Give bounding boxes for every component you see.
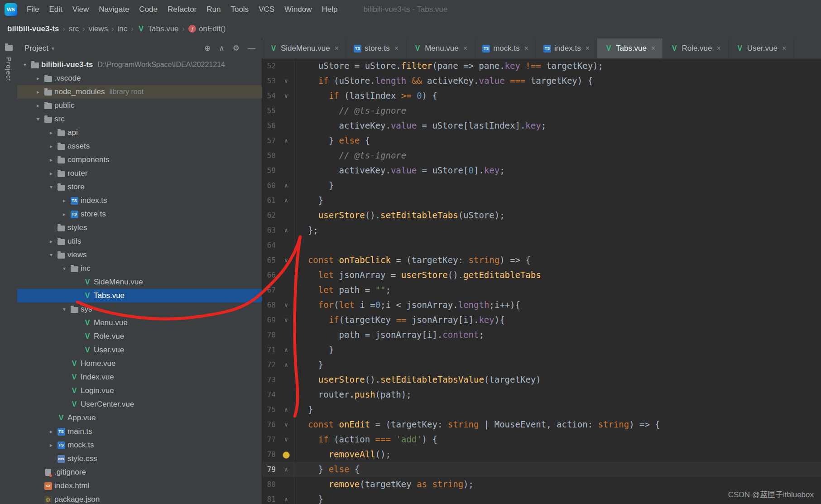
code-text[interactable]: // @ts-ignore xyxy=(298,103,406,118)
chevron-down-icon[interactable]: ▾ xyxy=(52,45,54,52)
fold-end-icon[interactable]: ∧ xyxy=(278,133,294,148)
locate-file-icon[interactable]: ⊕ xyxy=(204,43,211,53)
code-text[interactable]: } xyxy=(298,342,334,357)
tree-item-assets[interactable]: ▸assets xyxy=(17,139,262,153)
tree-item-role.vue[interactable]: VRole.vue xyxy=(17,330,262,343)
intention-bulb-icon[interactable] xyxy=(283,451,290,459)
chevron-down-icon[interactable]: ▾ xyxy=(46,184,56,190)
code-text[interactable]: } else { xyxy=(298,462,360,477)
chevron-right-icon[interactable]: ▸ xyxy=(46,143,56,149)
menu-code[interactable]: Code xyxy=(134,0,163,19)
tree-item-src[interactable]: ▾src xyxy=(17,112,262,126)
editor-tab-sidemenu.vue[interactable]: VSideMenu.vue× xyxy=(262,38,346,58)
tree-item-public[interactable]: ▸public xyxy=(17,99,262,112)
code-text[interactable]: if(targetKey == jsonArray[i].key){ xyxy=(298,312,505,327)
tab-close-icon[interactable]: × xyxy=(586,44,590,53)
tab-close-icon[interactable]: × xyxy=(524,44,528,53)
chevron-right-icon[interactable]: ▸ xyxy=(46,238,56,245)
tab-close-icon[interactable]: × xyxy=(394,44,398,53)
tree-item-index.html[interactable]: <>index.html xyxy=(17,479,262,493)
code-text[interactable]: activeKey.value = uStore[lastIndex].key; xyxy=(298,118,546,133)
code-text[interactable]: } xyxy=(298,492,323,504)
chevron-right-icon[interactable]: ▸ xyxy=(33,102,43,109)
hide-panel-icon[interactable]: — xyxy=(248,44,255,53)
fold-start-icon[interactable]: ∨ xyxy=(278,432,294,447)
tree-item-user.vue[interactable]: VUser.vue xyxy=(17,343,262,357)
code-text[interactable]: } xyxy=(298,357,323,372)
chevron-down-icon[interactable]: ▾ xyxy=(20,62,30,68)
code-text[interactable]: userStore().setEditableTabsValue(targetK… xyxy=(298,372,541,387)
fold-start-icon[interactable]: ∨ xyxy=(278,417,294,432)
tree-item-inc[interactable]: ▾inc xyxy=(17,262,262,275)
fold-start-icon[interactable]: ∨ xyxy=(278,298,294,312)
project-panel-title[interactable]: Project xyxy=(24,44,48,53)
code-text[interactable]: // @ts-ignore xyxy=(298,148,406,163)
chevron-right-icon[interactable]: ▸ xyxy=(46,428,56,435)
fold-start-icon[interactable]: ∨ xyxy=(278,73,294,88)
code-text[interactable]: router.push(path); xyxy=(298,387,412,402)
code-text[interactable]: } xyxy=(298,178,334,193)
tree-item-router[interactable]: ▸router xyxy=(17,167,262,180)
menu-view[interactable]: View xyxy=(67,0,94,19)
fold-start-icon[interactable]: ∨ xyxy=(278,312,294,327)
tree-item-menu.vue[interactable]: VMenu.vue xyxy=(17,316,262,330)
menu-navigate[interactable]: Navigate xyxy=(94,0,134,19)
tree-item-mock.ts[interactable]: ▸TSmock.ts xyxy=(17,438,262,452)
settings-gear-icon[interactable]: ⚙ xyxy=(233,43,240,53)
code-text[interactable]: const onTabClick = (targetKey: string) =… xyxy=(298,253,531,268)
code-text[interactable]: }; xyxy=(298,223,318,238)
tree-item-.vscode[interactable]: ▸.vscode xyxy=(17,72,262,85)
fold-end-icon[interactable]: ∧ xyxy=(278,342,294,357)
editor-tab-index.ts[interactable]: TSindex.ts× xyxy=(536,38,597,58)
code-text[interactable]: } xyxy=(298,193,323,208)
tree-item-tabs.vue[interactable]: VTabs.vue xyxy=(17,289,262,302)
fold-end-icon[interactable]: ∧ xyxy=(278,223,294,238)
tree-item-store[interactable]: ▾store xyxy=(17,180,262,194)
fold-start-icon[interactable]: ∨ xyxy=(278,88,294,103)
tree-item-main.ts[interactable]: ▸TSmain.ts xyxy=(17,425,262,438)
collapse-all-icon[interactable]: ∧ xyxy=(219,43,224,53)
breadcrumb-item-src[interactable]: src xyxy=(69,24,79,34)
tree-item-styles[interactable]: styles xyxy=(17,221,262,235)
menu-run[interactable]: Run xyxy=(202,0,226,19)
chevron-right-icon[interactable]: ▸ xyxy=(46,130,56,136)
code-text[interactable]: removeAll(); xyxy=(298,447,391,462)
chevron-right-icon[interactable]: ▸ xyxy=(46,157,56,163)
fold-end-icon[interactable]: ∧ xyxy=(278,178,294,193)
code-text[interactable]: } xyxy=(298,402,313,417)
tree-item-sidemenu.vue[interactable]: VSideMenu.vue xyxy=(17,275,262,289)
chevron-right-icon[interactable]: ▸ xyxy=(46,442,56,448)
tab-close-icon[interactable]: × xyxy=(463,44,467,53)
chevron-right-icon[interactable]: ▸ xyxy=(59,197,69,204)
chevron-down-icon[interactable]: ▾ xyxy=(33,116,43,122)
chevron-down-icon[interactable]: ▾ xyxy=(59,306,69,312)
chevron-right-icon[interactable]: ▸ xyxy=(33,75,43,82)
breadcrumb-item-bilibili-vue3-ts[interactable]: bilibili-vue3-ts xyxy=(7,24,59,34)
fold-end-icon[interactable]: ∧ xyxy=(278,492,294,504)
editor-tab-role.vue[interactable]: VRole.vue× xyxy=(663,38,728,58)
code-text[interactable]: const onEdit = (targetKey: string | Mous… xyxy=(298,417,660,432)
tree-item-api[interactable]: ▸api xyxy=(17,126,262,139)
fold-start-icon[interactable]: ∨ xyxy=(278,253,294,268)
tab-close-icon[interactable]: × xyxy=(335,44,339,53)
chevron-right-icon[interactable]: ▸ xyxy=(33,89,43,95)
menu-help[interactable]: Help xyxy=(317,0,343,19)
menu-tools[interactable]: Tools xyxy=(226,0,254,19)
tree-item-components[interactable]: ▸components xyxy=(17,153,262,167)
menu-edit[interactable]: Edit xyxy=(44,0,67,19)
breadcrumb-item-onedit[interactable]: fonEdit() xyxy=(188,24,226,34)
menu-refactor[interactable]: Refactor xyxy=(163,0,202,19)
menu-vcs[interactable]: VCS xyxy=(254,0,279,19)
tree-item-index.ts[interactable]: ▸TSindex.ts xyxy=(17,194,262,207)
tree-item-home.vue[interactable]: VHome.vue xyxy=(17,357,262,370)
code-text[interactable]: path = jsonArray[i].content; xyxy=(298,327,484,342)
fold-end-icon[interactable]: ∧ xyxy=(278,193,294,208)
tab-close-icon[interactable]: × xyxy=(782,44,786,53)
code-text[interactable]: if (uStore.length && activeKey.value ===… xyxy=(298,73,593,88)
tree-item-bilibili-vue3-ts[interactable]: ▾bilibili-vue3-tsD:\ProgramWorkSpace\IDE… xyxy=(17,58,262,72)
code-text[interactable]: let jsonArray = userStore().getEditableT… xyxy=(298,268,541,283)
tree-item-views[interactable]: ▾views xyxy=(17,248,262,262)
tree-item-style.css[interactable]: cssstyle.css xyxy=(17,452,262,466)
tree-item-package.json[interactable]: {}package.json xyxy=(17,493,262,504)
fold-end-icon[interactable]: ∧ xyxy=(278,402,294,417)
